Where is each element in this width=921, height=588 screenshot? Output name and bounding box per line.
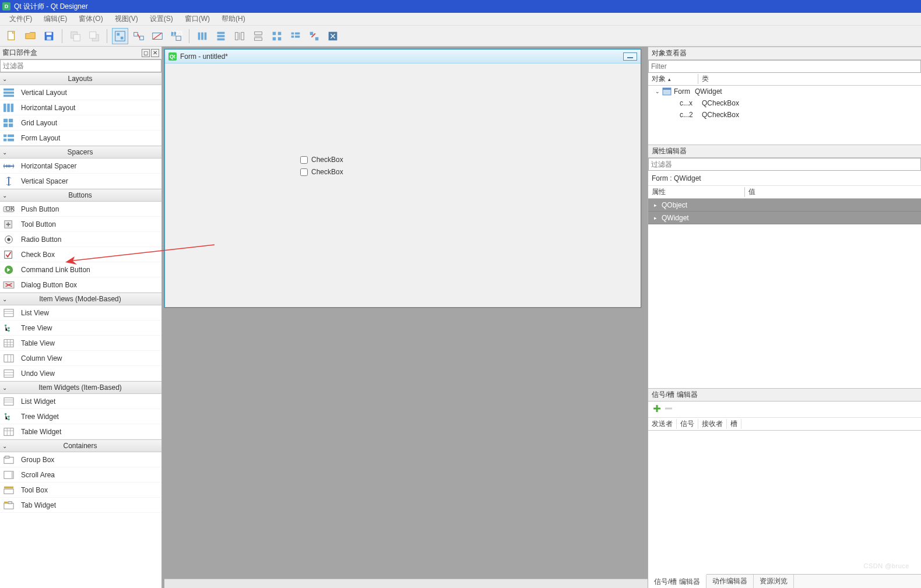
menu-settings[interactable]: 设置(S) — [144, 13, 179, 25]
widget-item-radio-button[interactable]: Radio Button — [0, 232, 161, 247]
widget-item-tool-button[interactable]: Tool Button — [0, 217, 161, 232]
edit-widgets-button[interactable] — [112, 28, 128, 44]
widget-item-list-view[interactable]: List View — [0, 305, 161, 321]
value-col-header[interactable]: 值 — [745, 187, 921, 197]
form-window[interactable]: Qt Form - untitled* CheckBox CheckBox — [164, 49, 641, 308]
layout-vertical-button[interactable] — [213, 28, 229, 44]
category-item-views[interactable]: ⌄Item Views (Model-Based) — [0, 293, 161, 305]
tab-resource-browser[interactable]: 资源浏览 — [754, 575, 794, 588]
object-inspector-tree[interactable]: ⌄ Form QWidget c...x QCheckBox c...2 QCh… — [648, 86, 921, 145]
svg-rect-96 — [4, 501, 8, 504]
layout-vertical-splitter-button[interactable] — [250, 28, 266, 44]
widget-item-form-layout[interactable]: Form Layout — [0, 131, 161, 146]
widget-item-push-button[interactable]: OKPush Button — [0, 202, 161, 217]
property-col-header[interactable]: 属性 — [648, 187, 745, 197]
form-minimize-button[interactable] — [623, 52, 637, 61]
add-connection-button[interactable] — [652, 403, 662, 416]
category-buttons[interactable]: ⌄Buttons — [0, 189, 161, 202]
svg-rect-34 — [295, 32, 300, 34]
dock-close-button[interactable]: ✕ — [151, 49, 159, 57]
sender-col-header[interactable]: 发送者 — [648, 419, 677, 429]
menu-edit[interactable]: 编辑(E) — [38, 13, 73, 25]
signal-col-header[interactable]: 信号 — [677, 419, 698, 429]
widget-item-table-widget[interactable]: Table Widget — [0, 424, 161, 439]
mdi-horizontal-scrollbar[interactable] — [164, 579, 648, 588]
break-layout-button[interactable] — [306, 28, 322, 44]
widget-item-grid-layout[interactable]: Grid Layout — [0, 115, 161, 131]
widget-item-tool-box[interactable]: Tool Box — [0, 483, 161, 498]
receiver-col-header[interactable]: 接收者 — [698, 419, 727, 429]
prop-group-qobject[interactable]: ▸QObject — [648, 199, 921, 212]
form-canvas[interactable]: CheckBox CheckBox — [165, 64, 641, 307]
tree-row-checkbox-2[interactable]: c...2 QCheckBox — [648, 109, 921, 121]
signal-slot-list[interactable]: CSDN @bruce — [648, 431, 921, 574]
svg-rect-76 — [4, 369, 13, 377]
edit-buddies-button[interactable] — [149, 28, 166, 44]
menu-file[interactable]: 文件(F) — [3, 13, 38, 25]
property-body[interactable] — [648, 224, 921, 388]
widget-item-list-widget[interactable]: List Widget — [0, 394, 161, 409]
tab-action-editor[interactable]: 动作编辑器 — [706, 575, 754, 588]
checkbox-2[interactable]: CheckBox — [300, 168, 343, 176]
widget-item-tree-widget[interactable]: Tree Widget — [0, 409, 161, 424]
checkbox-1[interactable]: CheckBox — [300, 156, 343, 164]
widget-item-horizontal-layout[interactable]: Horizontal Layout — [0, 100, 161, 115]
object-col-header[interactable]: 对象 — [652, 74, 666, 84]
menu-view[interactable]: 视图(V) — [109, 13, 144, 25]
save-button[interactable] — [41, 28, 57, 44]
prop-group-qwidget[interactable]: ▸QWidget — [648, 212, 921, 224]
remove-connection-button[interactable] — [663, 403, 674, 416]
tree-row-checkbox-1[interactable]: c...x QCheckBox — [648, 97, 921, 109]
edit-tab-order-button[interactable]: 123 — [168, 28, 184, 44]
checkbox-1-input[interactable] — [300, 156, 308, 164]
widget-box-list[interactable]: ⌄Layouts Vertical Layout Horizontal Layo… — [0, 72, 161, 588]
widget-box-title-label: 窗口部件盒 — [2, 48, 37, 58]
class-col-header[interactable]: 类 — [698, 74, 921, 84]
widget-box-filter-input[interactable] — [0, 59, 161, 72]
widget-item-dialog-button-box[interactable]: Dialog Button Box — [0, 277, 161, 293]
widget-item-command-link-button[interactable]: Command Link Button — [0, 262, 161, 277]
category-spacers[interactable]: ⌄Spacers — [0, 146, 161, 159]
widget-item-label: List View — [21, 309, 49, 317]
object-inspector-filter-input[interactable] — [648, 60, 921, 73]
mdi-area[interactable]: Qt Form - untitled* CheckBox CheckBox — [162, 47, 648, 588]
menu-window[interactable]: 窗口(W) — [179, 13, 216, 25]
widget-item-column-view[interactable]: Column View — [0, 351, 161, 366]
category-containers-label: Containers — [10, 442, 161, 450]
form-titlebar[interactable]: Qt Form - untitled* — [165, 50, 641, 64]
slot-col-header[interactable]: 槽 — [727, 419, 741, 429]
widget-item-check-box[interactable]: Check Box — [0, 247, 161, 262]
edit-signals-button[interactable] — [131, 28, 147, 44]
adjust-size-button[interactable] — [325, 28, 341, 44]
layout-grid-button[interactable] — [269, 28, 285, 44]
svg-rect-50 — [3, 134, 6, 137]
widget-item-vertical-layout[interactable]: Vertical Layout — [0, 85, 161, 100]
open-form-button[interactable] — [22, 28, 38, 44]
svg-rect-73 — [4, 354, 13, 362]
property-editor-filter-input[interactable] — [648, 158, 921, 171]
menu-form[interactable]: 窗体(O) — [73, 13, 108, 25]
widget-item-scroll-area[interactable]: Scroll Area — [0, 467, 161, 483]
category-item-widgets[interactable]: ⌄Item Widgets (Item-Based) — [0, 381, 161, 394]
tree-row-form[interactable]: ⌄ Form QWidget — [648, 86, 921, 97]
svg-rect-21 — [217, 35, 225, 37]
widget-item-undo-view[interactable]: Undo View — [0, 366, 161, 381]
layout-horizontal-splitter-button[interactable] — [231, 28, 248, 44]
tab-signal-slot[interactable]: 信号/槽 编辑器 — [648, 574, 706, 588]
layout-horizontal-button[interactable] — [194, 28, 210, 44]
app-icon: D — [2, 2, 10, 10]
layout-form-button[interactable] — [287, 28, 304, 44]
widget-item-group-box[interactable]: Group Box — [0, 452, 161, 467]
property-context-label: Form : QWidget — [648, 171, 921, 186]
dock-float-button[interactable]: ◻ — [142, 49, 150, 57]
widget-item-tree-view[interactable]: Tree View — [0, 321, 161, 336]
menu-help[interactable]: 帮助(H) — [216, 13, 251, 25]
widget-item-table-view[interactable]: Table View — [0, 336, 161, 351]
checkbox-2-input[interactable] — [300, 168, 308, 176]
category-containers[interactable]: ⌄Containers — [0, 439, 161, 452]
new-form-button[interactable] — [3, 28, 20, 44]
widget-item-horizontal-spacer[interactable]: Horizontal Spacer — [0, 159, 161, 174]
widget-item-vertical-spacer[interactable]: Vertical Spacer — [0, 174, 161, 189]
category-layouts[interactable]: ⌄Layouts — [0, 72, 161, 85]
widget-item-tab-widget[interactable]: Tab Widget — [0, 498, 161, 513]
